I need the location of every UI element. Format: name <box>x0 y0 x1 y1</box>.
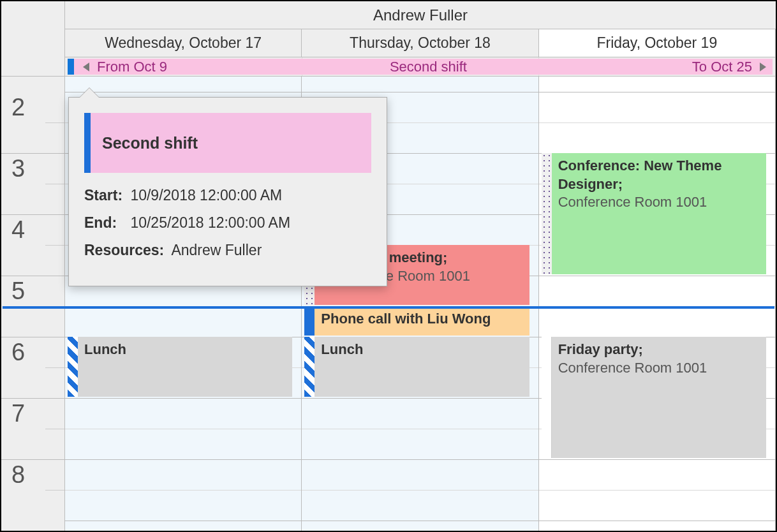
tooltip-start-label: Start: <box>84 187 126 204</box>
tooltip-resources-label: Resources: <box>84 242 164 259</box>
time-label: 8 <box>11 461 25 489</box>
day-column-fri[interactable]: Conference: New Theme Designer;Conferenc… <box>539 77 776 531</box>
arrow-left-icon <box>83 59 89 75</box>
tooltip-header: Second shift <box>84 113 371 173</box>
resource-header: Andrew Fuller <box>65 1 776 29</box>
allday-to-label: To Oct 25 <box>692 59 752 75</box>
event-thu_phone[interactable]: Phone call with Liu Wong <box>304 306 529 336</box>
tooltip-start-row: Start: 10/9/2018 12:00:00 AM <box>84 187 371 204</box>
event-thu_lunch[interactable]: Lunch <box>304 337 529 397</box>
event-body: Conference: New Theme Designer;Conferenc… <box>552 153 766 274</box>
event-fri_conference[interactable]: Conference: New Theme Designer;Conferenc… <box>542 153 766 274</box>
tooltip-arrow-icon <box>79 87 100 98</box>
event-status-stripe <box>542 337 552 458</box>
allday-title: Second shift <box>174 59 683 75</box>
resource-name: Andrew Fuller <box>373 6 468 24</box>
day-header-label: Wednesday, October 17 <box>105 34 262 52</box>
allday-from: From Oct 9 <box>74 59 174 75</box>
tooltip-end-row: End: 10/25/2018 12:00:00 AM <box>84 214 371 232</box>
allday-event-second-shift[interactable]: From Oct 9 Second shift To Oct 25 <box>68 59 773 75</box>
day-header-row: Wednesday, October 17 Thursday, October … <box>65 29 776 57</box>
tooltip-end-value: 10/25/2018 12:00:00 AM <box>130 214 290 231</box>
time-label: 6 <box>11 339 25 366</box>
time-label: 5 <box>11 277 25 305</box>
day-header-label: Thursday, October 18 <box>350 34 491 52</box>
time-rail: 2345678 <box>1 77 65 531</box>
time-label: 4 <box>11 216 25 244</box>
current-time-indicator <box>3 306 774 309</box>
tooltip-resources-value: Andrew Fuller <box>171 242 262 258</box>
event-handle <box>68 59 74 75</box>
tooltip-title: Second shift <box>91 134 198 152</box>
event-location: Conference Room 1001 <box>558 359 760 378</box>
tooltip-start-value: 10/9/2018 12:00:00 AM <box>130 187 282 203</box>
allday-to: To Oct 25 <box>683 59 773 75</box>
event-title: Lunch <box>321 341 522 359</box>
allday-from-label: From Oct 9 <box>97 59 167 75</box>
event-title: Phone call with Liu Wong <box>321 310 522 329</box>
day-header-wed[interactable]: Wednesday, October 17 <box>65 29 302 57</box>
tooltip-resources-row: Resources: Andrew Fuller <box>84 242 371 259</box>
event-body: Phone call with Liu Wong <box>314 306 529 336</box>
event-tooltip: Second shift Start: 10/9/2018 12:00:00 A… <box>68 97 387 286</box>
day-header-fri[interactable]: Friday, October 19 <box>539 29 776 57</box>
event-body: Friday party;Conference Room 1001 <box>552 337 766 458</box>
tooltip-handle <box>84 113 91 173</box>
event-body: Lunch <box>78 337 292 397</box>
event-title: Friday party; <box>558 341 760 359</box>
event-status-stripe <box>542 153 552 274</box>
event-body: Lunch <box>314 337 529 397</box>
event-status-stripe <box>304 337 314 397</box>
time-label: 2 <box>11 94 25 121</box>
day-header-label: Friday, October 19 <box>596 34 717 52</box>
tooltip-end-label: End: <box>84 214 126 232</box>
event-status-stripe <box>68 337 78 397</box>
corner-cell <box>1 1 65 77</box>
event-title: Lunch <box>84 341 286 359</box>
time-label: 3 <box>11 155 25 182</box>
event-fri_party[interactable]: Friday party;Conference Room 1001 <box>542 337 766 458</box>
allday-row: From Oct 9 Second shift To Oct 25 <box>65 57 776 77</box>
arrow-right-icon <box>760 59 766 75</box>
event-location: Conference Room 1001 <box>558 193 760 212</box>
day-header-thu[interactable]: Thursday, October 18 <box>302 29 538 57</box>
time-label: 7 <box>11 400 25 427</box>
event-status-stripe <box>304 306 314 336</box>
event-title: Conference: New Theme Designer; <box>558 157 760 193</box>
event-wed_lunch[interactable]: Lunch <box>68 337 292 397</box>
